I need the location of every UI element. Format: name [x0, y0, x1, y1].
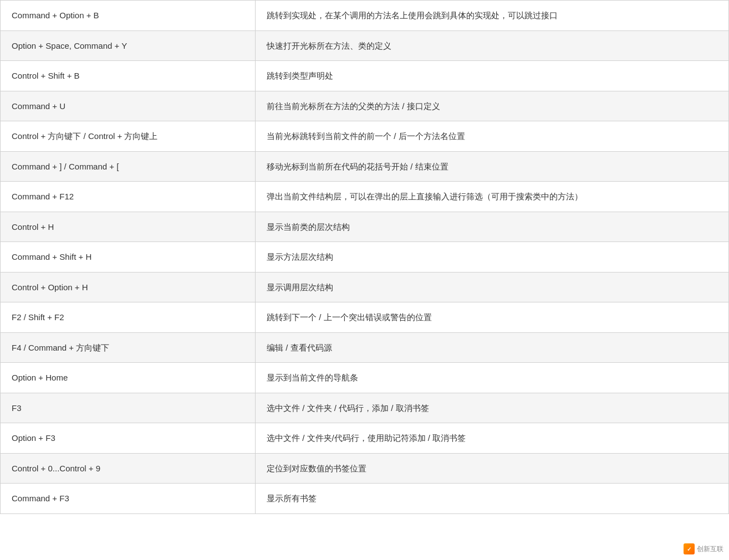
shortcut-description: 显示方法层次结构	[256, 242, 729, 273]
table-row: Command + F3显示所有书签	[1, 484, 729, 514]
shortcut-description: 选中文件 / 文件夹/代码行，使用助记符添加 / 取消书签	[256, 423, 729, 454]
table-row: Control + 方向键下 / Control + 方向键上当前光标跳转到当前…	[1, 121, 729, 152]
shortcut-description: 跳转到下一个 / 上一个突出错误或警告的位置	[256, 302, 729, 333]
shortcut-description: 显示所有书签	[256, 484, 729, 514]
table-row: Command + F12弹出当前文件结构层，可以在弹出的层上直接输入进行筛选（…	[1, 182, 729, 212]
shortcut-key: Command + U	[1, 91, 256, 121]
shortcut-description: 显示当前类的层次结构	[256, 212, 729, 242]
table-row: Control + 0...Control + 9定位到对应数值的书签位置	[1, 453, 729, 484]
shortcut-key: Option + Space, Command + Y	[1, 30, 256, 61]
shortcut-description: 弹出当前文件结构层，可以在弹出的层上直接输入进行筛选（可用于搜索类中的方法）	[256, 182, 729, 212]
table-row: Option + Home显示到当前文件的导航条	[1, 363, 729, 393]
shortcut-key: Control + Option + H	[1, 272, 256, 302]
shortcut-description: 选中文件 / 文件夹 / 代码行，添加 / 取消书签	[256, 393, 729, 423]
table-row: Command + Option + B跳转到实现处，在某个调用的方法名上使用会…	[1, 1, 729, 31]
table-row: Control + Option + H显示调用层次结构	[1, 272, 729, 302]
table-row: F2 / Shift + F2跳转到下一个 / 上一个突出错误或警告的位置	[1, 302, 729, 333]
shortcut-key: Control + H	[1, 212, 256, 242]
shortcut-key: F3	[1, 393, 256, 423]
table-row: F3选中文件 / 文件夹 / 代码行，添加 / 取消书签	[1, 393, 729, 423]
shortcut-description: 快速打开光标所在方法、类的定义	[256, 30, 729, 61]
shortcut-key: Control + Shift + B	[1, 61, 256, 91]
shortcut-key: Option + F3	[1, 423, 256, 454]
shortcut-key: Command + ] / Command + [	[1, 151, 256, 182]
table-row: Option + Space, Command + Y快速打开光标所在方法、类的…	[1, 30, 729, 61]
shortcut-key: Command + Option + B	[1, 1, 256, 31]
shortcuts-table: Command + Option + B跳转到实现处，在某个调用的方法名上使用会…	[0, 0, 729, 514]
table-row: Control + H显示当前类的层次结构	[1, 212, 729, 242]
shortcut-key: F2 / Shift + F2	[1, 302, 256, 333]
shortcut-key: Command + Shift + H	[1, 242, 256, 273]
shortcut-description: 跳转到类型声明处	[256, 61, 729, 91]
shortcut-description: 显示到当前文件的导航条	[256, 363, 729, 393]
table-row: Command + U前往当前光标所在方法的父类的方法 / 接口定义	[1, 91, 729, 121]
shortcut-description: 移动光标到当前所在代码的花括号开始 / 结束位置	[256, 151, 729, 182]
shortcut-key: Command + F12	[1, 182, 256, 212]
table-row: Control + Shift + B跳转到类型声明处	[1, 61, 729, 91]
table-row: F4 / Command + 方向键下编辑 / 查看代码源	[1, 332, 729, 363]
table-row: Command + Shift + H显示方法层次结构	[1, 242, 729, 273]
shortcut-description: 定位到对应数值的书签位置	[256, 453, 729, 484]
table-row: Option + F3选中文件 / 文件夹/代码行，使用助记符添加 / 取消书签	[1, 423, 729, 454]
shortcut-description: 跳转到实现处，在某个调用的方法名上使用会跳到具体的实现处，可以跳过接口	[256, 1, 729, 31]
shortcut-description: 当前光标跳转到当前文件的前一个 / 后一个方法名位置	[256, 121, 729, 152]
shortcut-key: Option + Home	[1, 363, 256, 393]
shortcut-key: Command + F3	[1, 484, 256, 514]
shortcut-description: 编辑 / 查看代码源	[256, 332, 729, 363]
shortcut-key: Control + 0...Control + 9	[1, 453, 256, 484]
shortcut-description: 显示调用层次结构	[256, 272, 729, 302]
table-row: Command + ] / Command + [移动光标到当前所在代码的花括号…	[1, 151, 729, 182]
shortcut-description: 前往当前光标所在方法的父类的方法 / 接口定义	[256, 91, 729, 121]
shortcut-key: Control + 方向键下 / Control + 方向键上	[1, 121, 256, 152]
shortcut-key: F4 / Command + 方向键下	[1, 332, 256, 363]
